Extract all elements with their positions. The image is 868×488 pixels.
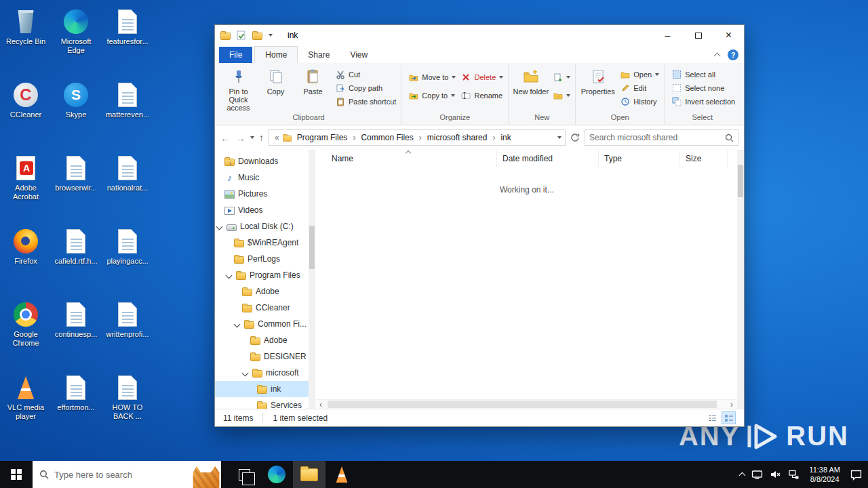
desktop-icon-vlc[interactable]: VLC media player — [1, 374, 50, 421]
rename-button[interactable]: Rename — [461, 90, 503, 100]
expand-chevron-icon[interactable] — [242, 369, 249, 376]
nav-item-videos[interactable]: Videos — [215, 202, 309, 218]
desktop-icon-chrome[interactable]: Google Chrome — [1, 301, 50, 348]
display-tray-icon[interactable] — [751, 469, 763, 480]
breadcrumb-overflow-icon[interactable]: « — [273, 133, 281, 142]
select-all-button[interactable]: Select all — [672, 69, 735, 79]
task-view-button[interactable] — [228, 461, 260, 488]
nav-item-common-files[interactable]: Common Fi... — [215, 316, 309, 332]
nav-item-services[interactable]: Services — [215, 397, 309, 409]
address-dropdown-icon[interactable] — [557, 136, 561, 139]
invert-selection-button[interactable]: Invert selection — [672, 96, 735, 106]
nav-item-program-files[interactable]: Program Files — [215, 267, 309, 283]
history-button[interactable]: History — [620, 96, 659, 106]
taskbar-vlc-button[interactable] — [326, 461, 358, 488]
desktop-icon-effortmon[interactable]: effortmon... — [52, 374, 100, 412]
desktop-icon-edge[interactable]: Microsoft Edge — [52, 8, 100, 55]
desktop-icon-nationalrat[interactable]: nationalrat... — [103, 155, 152, 192]
volume-tray-icon[interactable] — [770, 469, 781, 480]
desktop-icon-firefox[interactable]: Firefox — [1, 228, 50, 266]
nav-item-designer[interactable]: DESIGNER — [215, 348, 309, 365]
edit-button[interactable]: Edit — [620, 83, 659, 93]
breadcrumb-ink[interactable]: ink — [496, 132, 515, 143]
horizontal-scrollbar[interactable]: ‹ › — [315, 399, 737, 409]
copy-to-button[interactable]: Copy to — [409, 90, 456, 100]
paste-shortcut-button[interactable]: Paste shortcut — [336, 96, 396, 106]
properties-button[interactable]: Properties — [579, 64, 616, 96]
tab-file[interactable]: File — [219, 47, 252, 63]
list-view-button[interactable] — [705, 411, 719, 424]
move-to-button[interactable]: Move to — [409, 72, 456, 82]
help-button[interactable]: ? — [728, 49, 738, 60]
taskbar-clock[interactable]: 11:38 AM 8/8/2024 — [806, 465, 843, 484]
desktop-icon-featuresfor[interactable]: featuresfor... — [103, 8, 152, 46]
nav-item-music[interactable]: ♪ Music — [215, 169, 309, 186]
desktop-icon-cafield[interactable]: cafield.rtf.h... — [52, 228, 100, 266]
horizontal-scrollbar-track[interactable] — [326, 400, 726, 409]
column-header-type[interactable]: Type — [599, 150, 680, 167]
minimize-button[interactable]: – — [652, 25, 683, 45]
tab-view[interactable]: View — [340, 47, 378, 63]
nav-scrollbar-thumb[interactable] — [309, 226, 315, 269]
scroll-right-icon[interactable]: › — [726, 400, 737, 409]
nav-item-adobe-2[interactable]: Adobe — [215, 332, 309, 348]
up-button[interactable]: ↑ — [259, 132, 264, 143]
new-folder-button[interactable]: New folder — [512, 64, 549, 96]
desktop-icon-mattereven[interactable]: mattereven... — [103, 81, 152, 119]
desktop-icon-writtenprofi[interactable]: writtenprofi... — [103, 301, 152, 339]
nav-item-perflogs[interactable]: PerfLogs — [215, 251, 309, 267]
pin-to-quick-access-button[interactable]: Pin to Quick access — [220, 64, 257, 112]
close-button[interactable]: × — [713, 25, 744, 45]
collapse-ribbon-icon[interactable] — [714, 53, 721, 60]
recent-locations-chevron-icon[interactable] — [250, 136, 254, 139]
desktop-icon-playingacc[interactable]: playingacc... — [103, 228, 152, 266]
nav-item-microsoft[interactable]: microsoft — [215, 365, 309, 381]
desktop-icon-howtoback[interactable]: HOW TO BACK ... — [103, 374, 152, 421]
qat-properties-icon[interactable] — [237, 30, 246, 40]
expand-chevron-icon[interactable] — [226, 272, 233, 279]
new-item-button[interactable] — [553, 72, 570, 82]
nav-item-adobe[interactable]: Adobe — [215, 283, 309, 300]
column-header-date-modified[interactable]: Date modified — [497, 150, 599, 167]
nav-item-ink[interactable]: ink — [215, 381, 309, 397]
expand-chevron-icon[interactable] — [216, 223, 223, 230]
desktop-icon-skype[interactable]: Skype — [52, 81, 100, 119]
breadcrumb-microsoft-shared[interactable]: microsoft shared — [423, 132, 492, 143]
column-header-name[interactable]: Name — [315, 150, 497, 167]
nav-scrollbar[interactable] — [309, 150, 315, 409]
qat-customize-chevron-icon[interactable] — [269, 34, 273, 37]
back-button[interactable]: ← — [220, 132, 231, 144]
address-box[interactable]: « Program Files › Common Files › microso… — [269, 129, 566, 146]
nav-item-ccleaner[interactable]: CCleaner — [215, 300, 309, 316]
taskbar-explorer-button[interactable] — [293, 461, 326, 488]
expand-chevron-icon[interactable] — [234, 321, 241, 327]
refresh-button[interactable] — [570, 133, 580, 142]
desktop-icon-recycle-bin[interactable]: Recycle Bin — [1, 8, 50, 46]
search-input[interactable] — [589, 133, 722, 142]
taskbar-search-input[interactable] — [54, 470, 186, 480]
nav-item-local-disk-c[interactable]: Local Disk (C:) — [215, 218, 309, 235]
scroll-left-icon[interactable]: ‹ — [315, 400, 326, 409]
search-box[interactable] — [585, 129, 738, 146]
easy-access-button[interactable] — [553, 90, 570, 100]
cut-button[interactable]: Cut — [336, 69, 396, 79]
open-button[interactable]: Open — [620, 69, 659, 79]
qat-new-folder-icon[interactable] — [252, 33, 262, 40]
breadcrumb-common-files[interactable]: Common Files — [357, 132, 417, 143]
column-header-size[interactable]: Size — [680, 150, 728, 167]
nav-item-downloads[interactable]: Downloads — [215, 153, 309, 169]
desktop-icon-continuesp[interactable]: continuesp... — [52, 301, 100, 339]
desktop-icon-acrobat[interactable]: Adobe Acrobat — [1, 155, 50, 201]
titlebar[interactable]: ink – × — [215, 25, 744, 45]
desktop-icon-browserwir[interactable]: browserwir... — [52, 155, 100, 192]
files-scrollbar-thumb[interactable] — [738, 165, 743, 197]
taskbar-edge-button[interactable] — [260, 461, 293, 488]
desktop-icon-ccleaner[interactable]: CCleaner — [1, 81, 50, 119]
paste-button[interactable]: Paste — [294, 64, 332, 96]
forward-button[interactable]: → — [235, 132, 245, 144]
tab-share[interactable]: Share — [298, 47, 340, 63]
horizontal-scrollbar-thumb[interactable] — [328, 401, 717, 408]
start-button[interactable] — [0, 461, 33, 488]
search-highlight-image[interactable] — [191, 465, 221, 488]
tab-home[interactable]: Home — [254, 46, 298, 63]
